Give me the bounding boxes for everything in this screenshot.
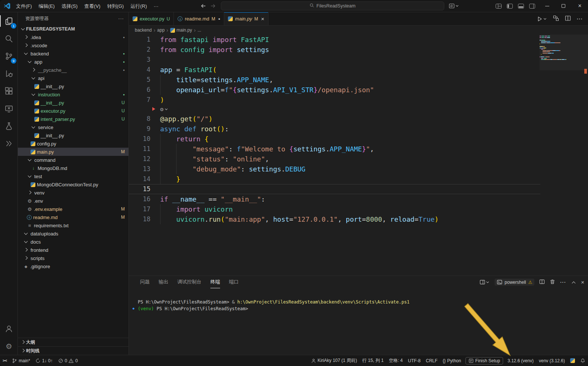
account-icon[interactable] xyxy=(0,320,18,337)
outline-section[interactable]: 大纲 xyxy=(18,338,128,346)
language-mode[interactable]: {} Python xyxy=(440,355,464,366)
finish-setup-button[interactable]: Finish Setup xyxy=(465,357,503,365)
tree-file[interactable]: ⚙.env.exampleM xyxy=(18,205,128,213)
code-line[interactable]: 3 xyxy=(129,55,540,65)
tree-file[interactable]: __init__.py xyxy=(18,82,128,90)
terminal-tab-powershell[interactable]: powershell ⚠ xyxy=(495,279,534,286)
tree-folder[interactable]: test xyxy=(18,172,128,180)
extensions-icon[interactable] xyxy=(0,82,18,100)
tree-folder[interactable]: .vscode xyxy=(18,41,128,49)
close-tab-icon[interactable]: × xyxy=(261,16,264,22)
split-editor-icon[interactable] xyxy=(565,15,571,22)
menu-item[interactable]: 运行(R) xyxy=(127,0,150,12)
panel-tab[interactable]: 调试控制台 xyxy=(177,276,201,288)
menu-overflow-icon[interactable]: ··· xyxy=(150,0,162,12)
code-line[interactable]: 9async def root(): xyxy=(129,124,540,134)
tree-folder[interactable]: app● xyxy=(18,58,128,66)
menu-item[interactable]: 查看(V) xyxy=(81,0,104,12)
tree-file[interactable]: ⚙.env xyxy=(18,197,128,205)
python-env-status[interactable]: venv (3.12.6) xyxy=(536,355,568,366)
branch-status[interactable]: main* xyxy=(9,355,33,366)
tree-folder[interactable]: backend● xyxy=(18,49,128,58)
tree-file[interactable]: ireadme.mdM xyxy=(18,213,128,221)
notifications-bell-icon[interactable] xyxy=(578,355,588,366)
tree-file[interactable]: intent_parser.pyU xyxy=(18,115,128,123)
code-line[interactable]: 10 return { xyxy=(129,134,540,144)
breadcrumb-item[interactable]: main.py xyxy=(170,28,192,33)
code-line[interactable]: 11 "message": f"Welcome to {settings.APP… xyxy=(129,144,540,154)
terminal-output[interactable]: PS H:\OwnProject\FilesReadSysteam> & h:\… xyxy=(129,288,588,355)
toggle-secondary-sidebar-icon[interactable] xyxy=(529,4,535,9)
indentation-status[interactable]: 空格: 4 xyxy=(386,355,405,366)
menu-item[interactable]: 编辑(E) xyxy=(35,0,58,12)
tree-file[interactable]: __init__.pyU xyxy=(18,99,128,107)
tree-folder[interactable]: instruction● xyxy=(18,90,128,99)
menu-item[interactable]: 文件(F) xyxy=(13,0,35,12)
back-arrow-icon[interactable] xyxy=(198,1,208,10)
timeline-section[interactable]: 时间线 xyxy=(18,346,128,355)
sync-status[interactable]: 1↓ 0↑ xyxy=(33,355,55,366)
toggle-primary-sidebar-icon[interactable] xyxy=(507,4,513,9)
breadcrumb-item[interactable]: backend xyxy=(135,28,152,33)
tree-file[interactable]: config.py xyxy=(18,139,128,148)
git-blame-status[interactable]: KiriAky 107 (1 周前) xyxy=(308,355,360,366)
code-line[interactable]: 7) xyxy=(129,95,540,105)
maximize-button[interactable] xyxy=(555,0,572,12)
code-editor[interactable]: 1from fastapi import FastAPI2from config… xyxy=(129,35,588,276)
tree-file[interactable]: MongoDBConnectionTest.py xyxy=(18,180,128,189)
toggle-panel-icon[interactable] xyxy=(518,4,524,9)
kill-terminal-icon[interactable] xyxy=(550,279,555,286)
editor-tab[interactable]: executor.pyU xyxy=(129,12,174,25)
tree-file[interactable]: ◆.gitignore xyxy=(18,262,128,270)
code-action-gear-icon[interactable]: ⚙ xyxy=(160,106,163,113)
panel-tab[interactable]: 输出 xyxy=(159,276,168,288)
code-line[interactable]: 14 } xyxy=(129,174,540,184)
maximize-panel-icon[interactable] xyxy=(571,280,576,285)
code-line[interactable]: 15 xyxy=(129,184,540,194)
search-view-icon[interactable] xyxy=(0,30,18,47)
code-line[interactable]: 8@app.get("/") xyxy=(129,114,540,124)
python-interpreter-status[interactable]: 3.12.6 (venv) xyxy=(505,355,536,366)
code-line[interactable]: 12 "status": "online", xyxy=(129,154,540,164)
tree-folder[interactable]: service xyxy=(18,123,128,131)
code-line[interactable]: 2from config import settings xyxy=(129,45,540,55)
code-line[interactable]: 18 uvicorn.run("main:app", host="127.0.0… xyxy=(129,214,540,224)
eol-status[interactable]: CRLF xyxy=(423,355,440,366)
open-changes-icon[interactable] xyxy=(553,15,559,22)
encoding-status[interactable]: UTF-8 xyxy=(405,355,423,366)
code-line[interactable]: 4app = FastAPI( xyxy=(129,65,540,75)
tree-folder[interactable]: .idea● xyxy=(18,33,128,41)
code-line[interactable]: 6 openapi_url=f"{settings.API_V1_STR}/op… xyxy=(129,85,540,95)
extension-custom-icon[interactable] xyxy=(0,135,18,152)
tree-file[interactable]: ≡requirements.txt xyxy=(18,221,128,229)
breadcrumb-item[interactable]: ... xyxy=(197,28,201,33)
tree-folder[interactable]: __pycache__● xyxy=(18,66,128,74)
tree-folder[interactable]: scripts xyxy=(18,254,128,262)
minimap[interactable] xyxy=(540,36,577,61)
terminal-launch-icon[interactable] xyxy=(480,279,490,285)
remote-indicator[interactable]: >< xyxy=(0,355,9,366)
forward-arrow-icon[interactable] xyxy=(208,1,218,10)
explorer-icon[interactable]: 1 xyxy=(0,12,18,30)
code-line[interactable]: 16if __name__ == "__main__": xyxy=(129,194,540,204)
customize-layout-icon[interactable] xyxy=(496,4,502,9)
tree-folder[interactable]: venv xyxy=(18,189,128,197)
split-terminal-icon[interactable] xyxy=(539,279,545,286)
menu-item[interactable]: 选择(S) xyxy=(58,0,81,12)
breadcrumb-item[interactable]: app xyxy=(157,28,165,33)
editor-more-actions-icon[interactable]: ··· xyxy=(577,16,583,22)
code-line[interactable]: 17 import uvicorn xyxy=(129,204,540,214)
tree-file[interactable]: executor.pyU xyxy=(18,107,128,115)
cursor-position[interactable]: 行 15, 列 1 xyxy=(360,355,386,366)
code-line[interactable]: 5 title=settings.APP_NAME, xyxy=(129,75,540,85)
run-python-file-button[interactable] xyxy=(537,16,547,22)
python-logo-icon[interactable] xyxy=(568,355,578,366)
code-line[interactable]: 1from fastapi import FastAPI xyxy=(129,35,540,45)
source-control-icon[interactable]: 9 xyxy=(0,47,18,65)
close-panel-icon[interactable]: × xyxy=(581,279,584,285)
run-debug-icon[interactable] xyxy=(0,65,18,82)
command-center-search[interactable]: FilesReadSysteam xyxy=(221,1,444,10)
tree-folder[interactable]: frontend xyxy=(18,246,128,254)
editor-tab[interactable]: ireadme.mdM● xyxy=(174,12,224,25)
panel-tab[interactable]: 端口 xyxy=(229,276,239,288)
